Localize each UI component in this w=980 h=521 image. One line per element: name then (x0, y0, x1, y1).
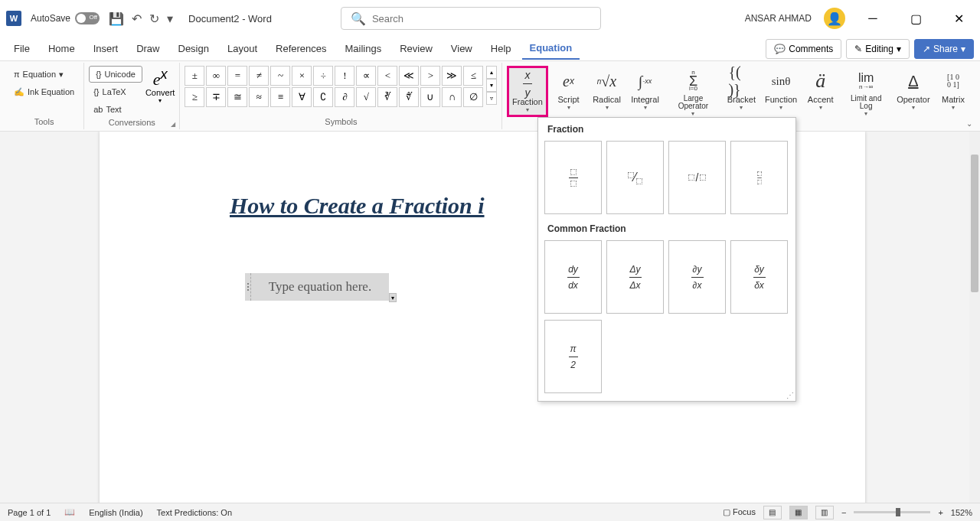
symbol-button[interactable]: ∝ (356, 66, 376, 86)
symbol-button[interactable]: ≥ (185, 87, 204, 107)
equation-placeholder-box[interactable]: Type equation here. ▾ (251, 273, 389, 301)
symbol-button[interactable]: ∜ (399, 87, 419, 107)
search-input[interactable] (372, 13, 591, 24)
tab-design[interactable]: Design (171, 38, 217, 59)
share-button[interactable]: ↗Share▾ (914, 39, 974, 59)
tab-review[interactable]: Review (392, 38, 440, 59)
zoom-in-button[interactable]: + (938, 508, 942, 517)
symbol-button[interactable]: < (377, 66, 397, 86)
symbol-button[interactable]: ∅ (463, 87, 483, 107)
symbol-button[interactable]: ≅ (227, 87, 247, 107)
save-icon[interactable]: 💾 (109, 11, 124, 26)
fraction-linear[interactable]: / (668, 141, 726, 214)
symbol-button[interactable]: ≠ (249, 66, 269, 86)
symbol-button[interactable]: ! (335, 66, 354, 86)
symbol-button[interactable]: ∛ (377, 87, 397, 107)
toggle-icon[interactable]: Off (75, 12, 100, 24)
scroll-up-icon[interactable]: ▴ (486, 66, 497, 79)
zoom-out-button[interactable]: − (841, 508, 846, 517)
tab-draw[interactable]: Draw (129, 38, 167, 59)
limit-log-button[interactable]: limn→∞ Limit and Log ▾ (841, 66, 891, 119)
equation-options-icon[interactable]: ▾ (389, 293, 397, 302)
fraction-dy-dx[interactable]: dydx (544, 240, 602, 314)
zoom-level[interactable]: 152% (951, 508, 972, 517)
gallery-expand-icon[interactable]: ▿ (486, 92, 497, 105)
customize-qat-icon[interactable]: ▾ (167, 11, 173, 26)
read-mode-button[interactable]: ▤ (763, 506, 782, 519)
user-avatar[interactable]: 👤 (824, 8, 845, 29)
equation-handle-icon[interactable] (245, 273, 251, 301)
dialog-launcher-icon[interactable]: ◢ (171, 121, 175, 128)
symbol-button[interactable]: ≈ (249, 87, 269, 107)
symbol-button[interactable]: ∪ (420, 87, 440, 107)
resize-handle-icon[interactable]: ⋰ (786, 391, 794, 399)
symbol-button[interactable]: √ (356, 87, 376, 107)
fraction-button[interactable]: xy Fraction ▾ (507, 66, 547, 117)
accent-button[interactable]: ä Accent ▾ (803, 66, 838, 112)
operator-button[interactable]: Δ Operator ▾ (894, 66, 933, 112)
page-indicator[interactable]: Page 1 of 1 (8, 508, 51, 517)
web-layout-button[interactable]: ▥ (815, 506, 834, 519)
symbol-button[interactable]: ∞ (206, 66, 226, 86)
undo-icon[interactable]: ↶ (132, 11, 142, 26)
unicode-button[interactable]: {}Unicode (89, 66, 142, 83)
zoom-slider[interactable] (854, 511, 930, 513)
tab-mailings[interactable]: Mailings (338, 38, 390, 59)
symbol-button[interactable]: ≤ (463, 66, 483, 86)
symbol-button[interactable]: ≡ (270, 87, 290, 107)
large-operator-button[interactable]: nΣi=0 Large Operator ▾ (666, 66, 721, 119)
tab-equation[interactable]: Equation (522, 37, 580, 60)
fraction-partial-y-x[interactable]: ∂y∂x (668, 240, 726, 314)
redo-icon[interactable]: ↻ (149, 11, 159, 26)
symbol-button[interactable]: ≫ (442, 66, 462, 86)
tab-insert[interactable]: Insert (86, 38, 126, 59)
tab-help[interactable]: Help (483, 38, 519, 59)
tab-file[interactable]: File (6, 38, 38, 59)
language-indicator[interactable]: English (India) (89, 508, 142, 517)
text-button[interactable]: abText (89, 101, 142, 118)
matrix-button[interactable]: [1 00 1] Matrix ▾ (936, 66, 971, 112)
symbol-button[interactable]: ± (185, 66, 204, 86)
symbol-button[interactable]: = (227, 66, 247, 86)
focus-mode-button[interactable]: ▢ Focus (723, 507, 756, 517)
function-button[interactable]: sinθ Function ▾ (762, 66, 799, 112)
comments-button[interactable]: 💬Comments (766, 39, 841, 59)
fraction-delta-y-x[interactable]: ΔyΔx (606, 240, 664, 314)
tab-home[interactable]: Home (41, 38, 83, 59)
minimize-button[interactable]: ─ (858, 7, 888, 30)
symbol-button[interactable]: ÷ (313, 66, 333, 86)
fraction-small[interactable] (730, 141, 788, 214)
symbol-button[interactable]: > (420, 66, 440, 86)
tab-view[interactable]: View (443, 38, 480, 59)
scroll-down-icon[interactable]: ▾ (486, 79, 497, 92)
integral-button[interactable]: ∫-xx Integral ▾ (628, 66, 663, 112)
maximize-button[interactable]: ▢ (900, 7, 931, 30)
equation-button[interactable]: πEquation▾ (9, 66, 79, 83)
symbol-button[interactable]: × (292, 66, 312, 86)
search-box[interactable]: 🔍 (341, 7, 601, 30)
bracket-button[interactable]: {( )} Bracket ▾ (724, 66, 759, 112)
fraction-skewed[interactable]: ∕ (606, 141, 664, 214)
tab-references[interactable]: References (268, 38, 334, 59)
convert-button[interactable]: ex Convert ▾ (145, 66, 175, 104)
symbol-button[interactable]: ∓ (206, 87, 226, 107)
scrollbar-thumb[interactable] (971, 155, 978, 292)
collapse-ribbon-icon[interactable]: ⌄ (966, 119, 972, 128)
symbol-button[interactable]: ∩ (442, 87, 462, 107)
latex-button[interactable]: {}LaTeX (89, 83, 142, 100)
symbol-button[interactable]: ≪ (399, 66, 419, 86)
fraction-small-delta-y-x[interactable]: δyδx (730, 240, 788, 314)
symbol-button[interactable]: ~ (270, 66, 290, 86)
ink-equation-button[interactable]: ✍Ink Equation (9, 83, 79, 100)
symbol-button[interactable]: ∀ (292, 87, 312, 107)
print-layout-button[interactable]: ▦ (789, 506, 808, 519)
script-button[interactable]: ex Script ▾ (551, 66, 586, 112)
autosave-toggle[interactable]: AutoSave Off (31, 12, 100, 24)
close-button[interactable]: ✕ (943, 7, 974, 30)
editing-mode-button[interactable]: ✎Editing▾ (846, 39, 910, 59)
symbol-button[interactable]: ∁ (313, 87, 333, 107)
text-predictions-indicator[interactable]: Text Predictions: On (157, 508, 232, 517)
tab-layout[interactable]: Layout (220, 38, 265, 59)
radical-button[interactable]: n√x Radical ▾ (590, 66, 625, 112)
spell-check-icon[interactable]: 📖 (64, 507, 75, 517)
